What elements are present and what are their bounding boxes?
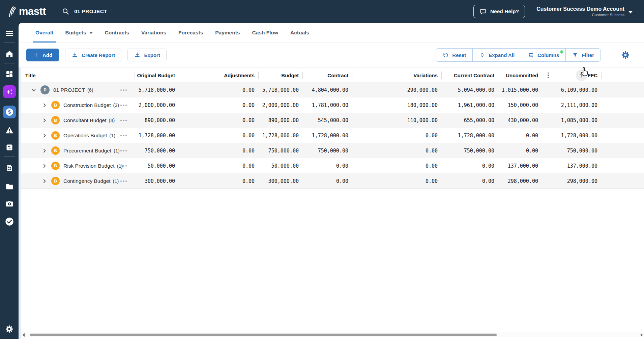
scrollbar-track[interactable] [26,332,639,337]
search-input[interactable]: 01 PROJECT [62,8,107,15]
columns-button[interactable]: Columns [521,49,565,61]
table-row-budget[interactable]: B Contingency Budget (1) 300,000.00 0.00… [21,173,644,189]
tab-budgets[interactable]: Budgets [59,23,99,43]
tab-overall[interactable]: Overall [29,23,59,43]
sidebar-item-photos[interactable] [3,197,16,210]
cell-adjustments: 0.00 [179,173,259,189]
ai-sparkle-tile [3,85,16,98]
row-menu-icon[interactable] [120,135,127,136]
table-row-budget[interactable]: B Construction Budget (3) 2,000,000.00 0… [21,97,644,113]
cell-budget: 50,000.00 [259,158,303,173]
create-report-button[interactable]: Create Report [65,49,121,61]
column-menu-icon[interactable] [548,73,549,78]
expand-all-button[interactable]: Expand All [472,49,521,61]
add-button[interactable]: Add [26,49,59,61]
cell-adjustments: 0.00 [179,97,259,113]
grid-settings-button[interactable] [620,49,631,61]
sidebar-item-tasks[interactable] [3,141,16,154]
tasks-card-icon [5,143,13,151]
table-row-budget[interactable]: B Risk Provision Budget (1) 50,000.00 0.… [21,158,644,173]
cell-adjustments: 0.00 [179,82,259,97]
sidebar-menu-toggle[interactable] [3,27,16,40]
mastt-logo-mark [7,6,16,17]
column-header-uncommitted[interactable]: Uncommitted [498,68,542,83]
expand-all-label: Expand All [489,52,515,58]
sidebar-item-dashboard[interactable] [3,67,16,81]
cell-variations: 0.00 [352,128,442,143]
scrollbar-right-arrow[interactable] [639,333,644,337]
sidebar-item-home[interactable] [3,47,16,61]
column-header-variations[interactable]: Variations [352,68,442,83]
column-header-ffc[interactable]: FFC [542,68,602,83]
column-header-contract[interactable]: Contract [303,68,352,83]
sidebar-item-ai-assistant[interactable] [3,85,16,98]
horizontal-scrollbar[interactable] [21,332,644,337]
sidebar-divider [4,156,15,157]
need-help-button[interactable]: Need Help? [473,5,525,18]
table-row-project[interactable]: P 01 PROJECT (6) 5,718,000.00 0.00 5,718… [21,82,644,97]
account-menu[interactable]: Customer Success Demo Account Customer S… [536,6,633,17]
reset-button[interactable]: Reset [436,49,472,61]
tab-label: Variations [141,30,166,36]
home-icon [5,50,14,58]
tab-cash-flow[interactable]: Cash Flow [246,23,284,43]
chevron-right-icon[interactable] [40,116,49,124]
export-button[interactable]: Export [127,49,167,61]
chevron-right-icon[interactable] [40,147,49,155]
cell-variations: 0.00 [352,143,442,158]
row-menu-icon[interactable] [120,105,127,106]
sort-button[interactable] [576,69,587,81]
tab-payments[interactable]: Payments [209,23,246,43]
sort-ascending-icon [578,72,585,79]
column-header-title[interactable]: Title [21,68,112,83]
row-menu-icon[interactable] [120,165,127,167]
row-title: 01 PROJECT [53,87,85,93]
row-menu-icon[interactable] [120,120,127,121]
chevron-right-icon[interactable] [40,132,49,140]
column-header-adjustments[interactable]: Adjustments [179,68,259,83]
table-row-budget[interactable]: B Operations Budget (1) 1,728,000.00 0.0… [21,128,644,143]
download-icon [71,52,78,58]
table-row-budget[interactable]: B Consultant Budget (4) 890,000.00 0.00 … [21,113,644,128]
chevron-down-icon[interactable] [30,86,38,94]
tab-forecasts[interactable]: Forecasts [172,23,209,43]
sidebar-item-risk[interactable] [3,123,16,137]
row-menu-icon[interactable] [120,89,127,91]
sidebar-item-cost[interactable]: $ [3,105,16,119]
column-header-budget[interactable]: Budget [259,68,303,83]
chevron-down-icon [89,32,93,34]
folder-icon [5,182,14,191]
cell-adjustments: 0.00 [179,113,259,128]
cell-ffc: 2,111,000.00 [542,97,602,113]
chevron-right-icon[interactable] [40,177,49,185]
tab-contracts[interactable]: Contracts [99,23,135,43]
budget-badge: B [51,116,60,124]
tab-variations[interactable]: Variations [135,23,172,43]
sidebar-item-settings[interactable] [3,322,16,336]
filter-button[interactable]: Filter [565,49,601,61]
chevron-right-icon[interactable] [40,101,49,109]
cell-variations: 290,000.00 [352,82,442,97]
column-header-current-contract[interactable]: Current Contract [442,68,498,83]
mastt-logo[interactable]: mastt [7,5,46,18]
sidebar-item-files[interactable] [3,179,16,193]
columns-label-wrap: Columns [537,52,559,58]
row-menu-icon[interactable] [120,150,127,151]
tab-actuals[interactable]: Actuals [284,23,315,43]
scrollbar-thumb[interactable] [30,334,497,336]
sidebar-item-approvals[interactable] [3,215,16,228]
chevron-right-icon[interactable] [40,162,49,170]
row-title: Contingency Budget [63,178,111,184]
check-circle-icon [5,217,14,226]
sidebar-item-history[interactable] [3,161,16,175]
filter-funnel-icon [572,52,578,58]
project-badge: P [40,85,50,94]
cell-current-contract: 655,000.00 [442,113,498,128]
columns-sliders-icon [528,52,534,58]
scrollbar-left-arrow[interactable] [21,333,26,337]
table-row-budget[interactable]: B Procurement Budget (1) 750,000.00 0.00… [21,143,644,158]
column-header-original-budget[interactable]: Original Budget [135,68,179,83]
row-menu-icon[interactable] [120,180,127,182]
cell-original-budget: 5,718,000.00 [135,82,179,97]
cell-budget: 750,000.00 [259,143,303,158]
